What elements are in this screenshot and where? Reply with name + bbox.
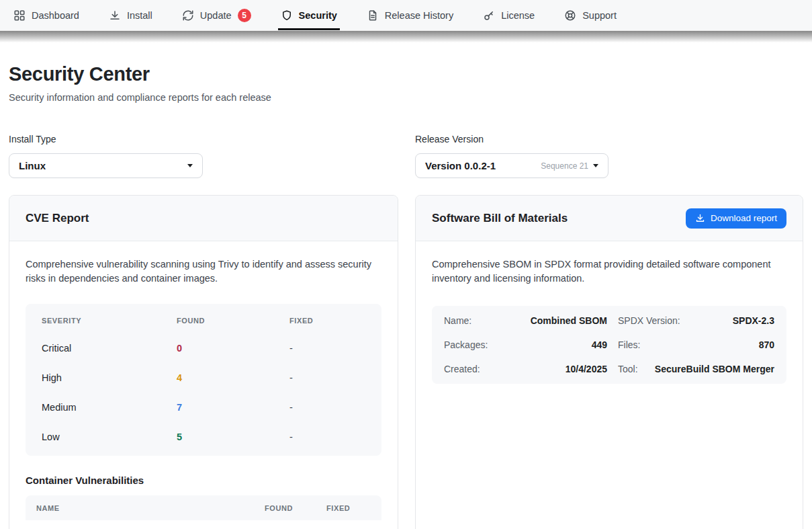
detail-label: Packages:: [444, 339, 488, 350]
container-vulnerabilities-header: NAME FOUND FIXED: [26, 495, 381, 520]
cve-report-title: CVE Report: [26, 212, 89, 225]
col-fixed: FIXED: [326, 504, 371, 512]
cve-report-description: Comprehensive vulnerability scanning usi…: [26, 257, 381, 286]
found-count: 0: [177, 343, 289, 354]
container-vulnerabilities-title: Container Vulnerabilities: [26, 475, 381, 486]
download-report-label: Download report: [711, 213, 777, 223]
release-version-value: Version 0.0.2-1: [425, 160, 541, 171]
update-count-badge: 5: [238, 9, 251, 22]
fixed-count: -: [289, 343, 365, 354]
sbom-details-panel: Name: Combined SBOM SPDX Version: SPDX-2…: [432, 306, 786, 384]
detail-label: SPDX Version:: [618, 315, 680, 326]
scroll-shadow: [0, 31, 812, 42]
nav-item-dashboard[interactable]: Dashboard: [12, 0, 81, 30]
fixed-count: -: [289, 432, 365, 442]
nav-label: Install: [127, 10, 152, 21]
col-found: FOUND: [265, 504, 326, 512]
detail-value: SecureBuild SBOM Merger: [655, 364, 774, 374]
detail-label: Created:: [444, 364, 480, 374]
download-icon: [109, 9, 121, 22]
sbom-title: Software Bill of Materials: [432, 212, 568, 225]
sbom-header: Software Bill of Materials Download repo…: [416, 196, 803, 241]
install-type-select[interactable]: Linux: [9, 153, 203, 178]
chevron-down-icon: [187, 164, 193, 167]
download-report-button[interactable]: Download report: [686, 208, 786, 229]
col-severity: SEVERITY: [42, 317, 177, 325]
sbom-card: Software Bill of Materials Download repo…: [415, 195, 803, 529]
detail-value: 449: [592, 339, 607, 350]
severity-label: Low: [42, 432, 177, 442]
table-row-low: Low 5 -: [26, 422, 381, 452]
detail-value: SPDX-2.3: [733, 315, 774, 326]
nav-label: License: [501, 10, 535, 21]
table-row-high: High 4 -: [26, 363, 381, 393]
nav-label: Update: [200, 10, 232, 21]
detail-value: 10/4/2025: [566, 364, 607, 374]
severity-table: SEVERITY FOUND FIXED Critical 0 - High 4…: [26, 304, 381, 456]
chevron-down-icon: [593, 164, 598, 167]
col-fixed: FIXED: [289, 317, 365, 325]
refresh-icon: [182, 9, 194, 22]
file-text-icon: [367, 9, 379, 22]
detail-value: 870: [759, 339, 774, 350]
release-version-label: Release Version: [415, 134, 803, 145]
key-icon: [483, 9, 495, 22]
cve-report-card: CVE Report Comprehensive vulnerability s…: [9, 195, 398, 529]
lifebuoy-icon: [564, 9, 576, 22]
release-sequence-label: Sequence 21: [541, 161, 588, 171]
nav-item-license[interactable]: License: [482, 0, 536, 30]
severity-table-header: SEVERITY FOUND FIXED: [26, 308, 381, 333]
nav-label: Dashboard: [32, 10, 79, 21]
nav-label: Support: [582, 10, 617, 21]
detail-value: Combined SBOM: [531, 315, 607, 326]
nav-item-security[interactable]: Security: [279, 0, 339, 30]
severity-label: High: [42, 372, 177, 383]
nav-item-update[interactable]: Update 5: [181, 0, 253, 30]
nav-label: Release History: [385, 10, 453, 21]
nav-item-support[interactable]: Support: [563, 0, 618, 30]
nav-item-release-history[interactable]: Release History: [365, 0, 455, 30]
top-navigation: Dashboard Install Update 5 Security Rele…: [0, 0, 812, 31]
found-count: 7: [177, 402, 289, 413]
detail-label: Tool:: [618, 364, 638, 374]
detail-label: Files:: [618, 339, 640, 350]
install-type-filter: Install Type Linux: [9, 134, 398, 178]
table-row-critical: Critical 0 -: [26, 333, 381, 363]
table-row-medium: Medium 7 -: [26, 393, 381, 422]
severity-label: Critical: [42, 343, 177, 354]
release-version-select[interactable]: Version 0.0.2-1 Sequence 21: [415, 153, 608, 178]
col-name: NAME: [36, 504, 265, 512]
found-count: 5: [177, 432, 289, 442]
cve-report-header: CVE Report: [9, 196, 398, 241]
sbom-description: Comprehensive SBOM in SPDX format provid…: [432, 257, 786, 286]
fixed-count: -: [289, 402, 365, 413]
download-icon: [695, 213, 705, 223]
grid-icon: [13, 9, 26, 22]
page-subtitle: Security information and compliance repo…: [9, 92, 803, 103]
release-version-filter: Release Version Version 0.0.2-1 Sequence…: [415, 134, 803, 178]
severity-label: Medium: [42, 402, 177, 413]
shield-icon: [281, 9, 293, 22]
nav-label: Security: [299, 10, 337, 21]
found-count: 4: [177, 372, 289, 383]
install-type-value: Linux: [19, 160, 187, 171]
page-title: Security Center: [9, 63, 803, 85]
fixed-count: -: [289, 372, 365, 383]
sbom-detail-row: Created: 10/4/2025 Tool: SecureBuild SBO…: [444, 357, 774, 381]
sbom-detail-row: Name: Combined SBOM SPDX Version: SPDX-2…: [444, 309, 774, 333]
nav-item-install[interactable]: Install: [107, 0, 154, 30]
install-type-label: Install Type: [9, 134, 398, 145]
detail-label: Name:: [444, 315, 471, 326]
sbom-detail-row: Packages: 449 Files: 870: [444, 333, 774, 357]
col-found: FOUND: [177, 317, 289, 325]
